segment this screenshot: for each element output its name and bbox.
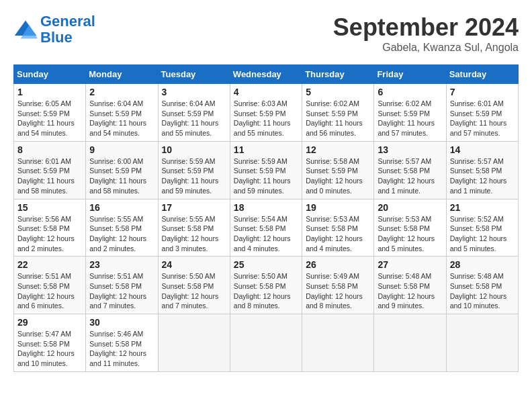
calendar-cell: 12Sunrise: 5:58 AM Sunset: 5:59 PM Dayli… (302, 141, 374, 199)
calendar: SundayMondayTuesdayWednesdayThursdayFrid… (13, 64, 519, 372)
calendar-cell (374, 314, 446, 372)
day-info: Sunrise: 6:02 AM Sunset: 5:59 PM Dayligh… (378, 99, 442, 138)
weekday-header-sunday: Sunday (14, 65, 86, 84)
title-area: September 2024 Gabela, Kwanza Sul, Angol… (333, 13, 519, 54)
day-number: 16 (89, 202, 154, 213)
calendar-cell: 30Sunrise: 5:46 AM Sunset: 5:58 PM Dayli… (86, 314, 158, 372)
calendar-cell: 4Sunrise: 6:03 AM Sunset: 5:59 PM Daylig… (230, 84, 302, 142)
logo-general: General (40, 13, 95, 30)
day-number: 26 (306, 259, 370, 270)
day-number: 18 (234, 202, 298, 213)
calendar-cell: 21Sunrise: 5:52 AM Sunset: 5:58 PM Dayli… (446, 199, 518, 257)
day-number: 24 (162, 259, 226, 270)
day-info: Sunrise: 5:59 AM Sunset: 5:59 PM Dayligh… (162, 156, 226, 196)
day-info: Sunrise: 5:57 AM Sunset: 5:58 PM Dayligh… (378, 156, 442, 196)
day-number: 28 (450, 259, 515, 270)
calendar-cell: 29Sunrise: 5:47 AM Sunset: 5:58 PM Dayli… (14, 314, 86, 372)
day-info: Sunrise: 5:55 AM Sunset: 5:58 PM Dayligh… (89, 214, 154, 254)
day-info: Sunrise: 5:55 AM Sunset: 5:58 PM Dayligh… (162, 214, 226, 254)
day-number: 6 (378, 87, 442, 97)
day-info: Sunrise: 5:53 AM Sunset: 5:58 PM Dayligh… (306, 214, 370, 254)
logo-blue: Blue (40, 29, 73, 46)
calendar-cell: 16Sunrise: 5:55 AM Sunset: 5:58 PM Dayli… (86, 199, 158, 257)
weekday-header-thursday: Thursday (302, 65, 374, 84)
calendar-cell: 22Sunrise: 5:51 AM Sunset: 5:58 PM Dayli… (14, 257, 86, 314)
day-number: 2 (89, 87, 154, 97)
day-number: 10 (162, 144, 226, 155)
calendar-cell: 13Sunrise: 5:57 AM Sunset: 5:58 PM Dayli… (374, 141, 446, 199)
day-info: Sunrise: 5:58 AM Sunset: 5:59 PM Dayligh… (306, 156, 370, 196)
week-row-4: 22Sunrise: 5:51 AM Sunset: 5:58 PM Dayli… (14, 257, 519, 314)
calendar-cell: 27Sunrise: 5:48 AM Sunset: 5:58 PM Dayli… (374, 257, 446, 314)
day-info: Sunrise: 5:51 AM Sunset: 5:58 PM Dayligh… (89, 271, 154, 311)
calendar-cell: 2Sunrise: 6:04 AM Sunset: 5:59 PM Daylig… (86, 84, 158, 142)
day-number: 12 (306, 144, 370, 155)
calendar-cell: 6Sunrise: 6:02 AM Sunset: 5:59 PM Daylig… (374, 84, 446, 142)
day-number: 8 (17, 144, 82, 155)
day-info: Sunrise: 6:04 AM Sunset: 5:59 PM Dayligh… (162, 99, 226, 138)
weekday-header-monday: Monday (86, 65, 158, 84)
day-number: 14 (450, 144, 515, 155)
day-info: Sunrise: 5:56 AM Sunset: 5:58 PM Dayligh… (17, 214, 82, 254)
calendar-cell: 23Sunrise: 5:51 AM Sunset: 5:58 PM Dayli… (86, 257, 158, 314)
logo-icon (13, 17, 38, 42)
weekday-row: SundayMondayTuesdayWednesdayThursdayFrid… (14, 65, 519, 84)
day-info: Sunrise: 6:04 AM Sunset: 5:59 PM Dayligh… (89, 99, 154, 138)
day-info: Sunrise: 6:02 AM Sunset: 5:59 PM Dayligh… (306, 99, 370, 138)
day-info: Sunrise: 5:47 AM Sunset: 5:58 PM Dayligh… (17, 329, 82, 369)
day-number: 22 (17, 259, 82, 270)
calendar-cell: 28Sunrise: 5:48 AM Sunset: 5:58 PM Dayli… (446, 257, 518, 314)
calendar-body: 1Sunrise: 6:05 AM Sunset: 5:59 PM Daylig… (14, 84, 519, 372)
day-number: 27 (378, 259, 442, 270)
day-number: 17 (162, 202, 226, 213)
day-info: Sunrise: 6:01 AM Sunset: 5:59 PM Dayligh… (450, 99, 515, 138)
day-number: 29 (17, 317, 82, 328)
day-number: 20 (378, 202, 442, 213)
logo-text: General Blue (40, 13, 95, 46)
day-info: Sunrise: 5:50 AM Sunset: 5:58 PM Dayligh… (162, 271, 226, 311)
day-info: Sunrise: 5:46 AM Sunset: 5:58 PM Dayligh… (89, 329, 154, 369)
day-info: Sunrise: 5:50 AM Sunset: 5:58 PM Dayligh… (234, 271, 298, 311)
day-info: Sunrise: 5:49 AM Sunset: 5:58 PM Dayligh… (306, 271, 370, 311)
day-info: Sunrise: 5:51 AM Sunset: 5:58 PM Dayligh… (17, 271, 82, 311)
day-info: Sunrise: 5:48 AM Sunset: 5:58 PM Dayligh… (378, 271, 442, 311)
calendar-cell: 19Sunrise: 5:53 AM Sunset: 5:58 PM Dayli… (302, 199, 374, 257)
day-number: 30 (89, 317, 154, 328)
location-title: Gabela, Kwanza Sul, Angola (333, 42, 519, 54)
weekday-header-friday: Friday (374, 65, 446, 84)
weekday-header-tuesday: Tuesday (158, 65, 230, 84)
header: General Blue September 2024 Gabela, Kwan… (13, 13, 519, 54)
calendar-cell: 5Sunrise: 6:02 AM Sunset: 5:59 PM Daylig… (302, 84, 374, 142)
day-number: 1 (17, 87, 82, 97)
calendar-cell (230, 314, 302, 372)
day-info: Sunrise: 5:48 AM Sunset: 5:58 PM Dayligh… (450, 271, 515, 311)
calendar-cell: 14Sunrise: 5:57 AM Sunset: 5:58 PM Dayli… (446, 141, 518, 199)
weekday-header-wednesday: Wednesday (230, 65, 302, 84)
calendar-cell: 9Sunrise: 6:00 AM Sunset: 5:59 PM Daylig… (86, 141, 158, 199)
calendar-cell: 18Sunrise: 5:54 AM Sunset: 5:58 PM Dayli… (230, 199, 302, 257)
calendar-cell: 11Sunrise: 5:59 AM Sunset: 5:59 PM Dayli… (230, 141, 302, 199)
day-info: Sunrise: 5:57 AM Sunset: 5:58 PM Dayligh… (450, 156, 515, 196)
calendar-cell: 20Sunrise: 5:53 AM Sunset: 5:58 PM Dayli… (374, 199, 446, 257)
day-info: Sunrise: 6:03 AM Sunset: 5:59 PM Dayligh… (234, 99, 298, 138)
week-row-2: 8Sunrise: 6:01 AM Sunset: 5:59 PM Daylig… (14, 141, 519, 199)
calendar-cell: 25Sunrise: 5:50 AM Sunset: 5:58 PM Dayli… (230, 257, 302, 314)
day-info: Sunrise: 5:52 AM Sunset: 5:58 PM Dayligh… (450, 214, 515, 254)
month-title: September 2024 (333, 13, 519, 42)
calendar-cell: 3Sunrise: 6:04 AM Sunset: 5:59 PM Daylig… (158, 84, 230, 142)
day-number: 3 (162, 87, 226, 97)
day-number: 19 (306, 202, 370, 213)
day-number: 15 (17, 202, 82, 213)
day-number: 5 (306, 87, 370, 97)
day-info: Sunrise: 5:59 AM Sunset: 5:59 PM Dayligh… (234, 156, 298, 196)
day-number: 25 (234, 259, 298, 270)
calendar-header: SundayMondayTuesdayWednesdayThursdayFrid… (14, 65, 519, 84)
day-info: Sunrise: 5:53 AM Sunset: 5:58 PM Dayligh… (378, 214, 442, 254)
calendar-cell: 24Sunrise: 5:50 AM Sunset: 5:58 PM Dayli… (158, 257, 230, 314)
day-info: Sunrise: 6:05 AM Sunset: 5:59 PM Dayligh… (17, 99, 82, 138)
week-row-1: 1Sunrise: 6:05 AM Sunset: 5:59 PM Daylig… (14, 84, 519, 142)
day-number: 23 (89, 259, 154, 270)
calendar-cell: 7Sunrise: 6:01 AM Sunset: 5:59 PM Daylig… (446, 84, 518, 142)
calendar-cell: 1Sunrise: 6:05 AM Sunset: 5:59 PM Daylig… (14, 84, 86, 142)
calendar-cell: 26Sunrise: 5:49 AM Sunset: 5:58 PM Dayli… (302, 257, 374, 314)
